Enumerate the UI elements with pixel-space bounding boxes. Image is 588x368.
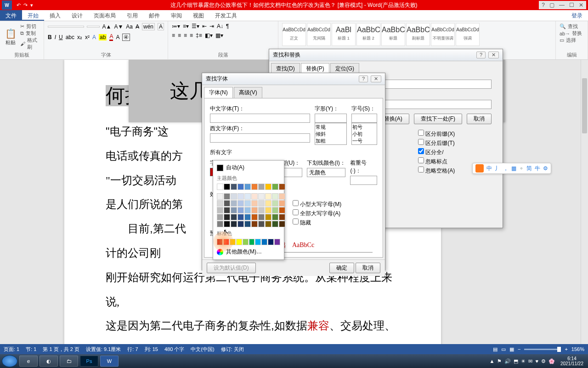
tab-developer[interactable]: 开发工具 xyxy=(209,10,243,21)
ime-item[interactable]: 中 xyxy=(486,165,492,172)
color-swatch[interactable] xyxy=(217,239,223,245)
copy-button[interactable]: ⧉ 复制 xyxy=(20,30,40,37)
minimize-icon[interactable]: — xyxy=(559,2,565,8)
tray-icon[interactable]: ♥ xyxy=(535,358,538,364)
color-swatch[interactable] xyxy=(279,207,285,213)
enclose-char-icon[interactable]: A xyxy=(158,23,164,30)
color-swatch[interactable] xyxy=(265,221,271,227)
ucolor-combo[interactable]: 无颜色 xyxy=(307,168,345,177)
ime-item[interactable]: ⚙ xyxy=(543,165,548,172)
font-size-list[interactable]: 初号小初一号 xyxy=(351,123,377,145)
zoom-out-icon[interactable]: − xyxy=(518,346,520,352)
color-swatch[interactable] xyxy=(230,239,236,245)
font-ok-button[interactable]: 确定 xyxy=(329,263,354,273)
font-style-list[interactable]: 常规倾斜加粗 xyxy=(315,123,347,145)
zoom-in-icon[interactable]: + xyxy=(565,346,567,352)
status-track[interactable]: 修订: 关闭 xyxy=(221,346,244,353)
status-pages[interactable]: 第 1 页，共 2 页 xyxy=(43,346,79,353)
chk-hidden[interactable]: 隐藏 xyxy=(293,218,366,227)
color-swatch[interactable] xyxy=(265,184,271,190)
borders-icon[interactable]: ▦▾ xyxy=(215,32,223,39)
qat-redo-icon[interactable]: ↷ xyxy=(23,2,28,8)
color-swatch[interactable] xyxy=(251,200,258,207)
font-dialog-help-icon[interactable]: ? xyxy=(359,75,368,82)
maximize-icon[interactable]: ☐ xyxy=(569,2,574,8)
color-swatch[interactable] xyxy=(258,207,265,213)
style-gallery[interactable]: AaBbCcDd正文AaBbCcDd无间隔AaBl标题 1AaBbC标题 2Aa… xyxy=(282,23,552,46)
color-more[interactable]: 其他颜色(M)… xyxy=(215,246,282,258)
status-line[interactable]: 行: 7 xyxy=(127,346,138,353)
bold-button[interactable]: B xyxy=(48,34,52,40)
color-swatch[interactable] xyxy=(217,221,223,227)
color-swatch[interactable] xyxy=(265,200,271,207)
color-swatch[interactable] xyxy=(217,200,223,207)
color-swatch[interactable] xyxy=(279,221,285,227)
format-painter-button[interactable]: 🖌 格式刷 xyxy=(20,37,40,51)
zoom-slider[interactable] xyxy=(524,349,561,350)
tray-icon[interactable]: ⚙ xyxy=(541,358,546,364)
font-tab-font[interactable]: 字体(N) xyxy=(204,87,233,98)
color-swatch[interactable] xyxy=(279,193,285,200)
tray-icon[interactable]: ▲ xyxy=(490,358,495,364)
color-swatch[interactable] xyxy=(274,239,280,245)
opt-prefix[interactable]: 区分前缀(X) xyxy=(418,130,492,138)
strike-button[interactable]: abc xyxy=(66,34,74,40)
multilevel-icon[interactable]: ☰▾ xyxy=(192,23,199,29)
west-font-combo[interactable] xyxy=(210,133,310,143)
close-icon[interactable]: ✕ xyxy=(579,2,583,8)
color-swatch[interactable] xyxy=(244,221,251,227)
tab-review[interactable]: 审阅 xyxy=(165,10,187,21)
color-auto[interactable]: 自动(A) xyxy=(215,162,282,173)
color-swatch[interactable] xyxy=(244,200,251,207)
opt-suffix[interactable]: 区分后缀(T) xyxy=(418,139,492,147)
tab-insert[interactable]: 插入 xyxy=(44,10,66,21)
line-spacing-icon[interactable]: ‡≡ xyxy=(196,32,202,39)
numbering-icon[interactable]: ≡▾ xyxy=(183,23,189,29)
color-swatch[interactable] xyxy=(237,221,244,227)
taskbar-word[interactable]: W xyxy=(100,356,119,367)
taskbar-explorer[interactable]: 🗀 xyxy=(60,356,78,367)
start-button[interactable] xyxy=(2,355,17,367)
tab-file[interactable]: 文件 xyxy=(0,10,22,21)
sort-icon[interactable]: A↓ xyxy=(217,23,223,29)
color-swatch[interactable] xyxy=(244,184,251,190)
tab-references[interactable]: 引用 xyxy=(121,10,143,21)
ribbon-collapse-icon[interactable]: ▢ xyxy=(549,2,554,8)
color-swatch[interactable] xyxy=(251,184,258,190)
style-item[interactable]: AaBbC标题 2 xyxy=(356,23,380,46)
font-tab-advanced[interactable]: 高级(V) xyxy=(234,87,262,98)
fr-cancel-button[interactable]: 取消 xyxy=(467,114,492,124)
dialog-close-icon[interactable]: ✕ xyxy=(488,52,499,58)
font-family-combo[interactable] xyxy=(48,26,84,28)
status-pos[interactable]: 设置值: 9.1厘米 xyxy=(86,346,121,353)
font-cancel-button[interactable]: 取消 xyxy=(356,263,380,273)
taskbar-sogou[interactable]: ◐ xyxy=(40,356,58,367)
color-swatch[interactable] xyxy=(231,207,237,213)
color-swatch[interactable] xyxy=(272,221,278,227)
font-size-input[interactable] xyxy=(351,114,377,123)
color-swatch[interactable] xyxy=(224,193,230,200)
color-swatch[interactable] xyxy=(265,207,271,213)
color-swatch[interactable] xyxy=(244,207,251,213)
color-swatch[interactable] xyxy=(237,214,244,220)
color-swatch[interactable] xyxy=(243,239,249,245)
color-swatch[interactable] xyxy=(224,184,230,190)
ime-item[interactable]: 简 xyxy=(526,165,532,172)
color-swatch[interactable] xyxy=(251,193,258,200)
tab-layout[interactable]: 页面布局 xyxy=(88,10,121,21)
qat-undo-icon[interactable]: ↶ xyxy=(17,2,21,8)
dec-indent-icon[interactable]: ⇤ xyxy=(202,23,207,29)
text-effects-icon[interactable]: A xyxy=(92,34,96,40)
color-swatch[interactable] xyxy=(237,193,244,200)
view-read-icon[interactable]: ▭ xyxy=(501,346,506,352)
color-swatch[interactable] xyxy=(224,214,230,220)
style-item[interactable]: AaBbCcDd无间隔 xyxy=(307,23,331,46)
cn-font-combo[interactable] xyxy=(210,114,310,123)
align-left-icon[interactable]: ≡ xyxy=(172,32,175,39)
color-swatch[interactable] xyxy=(244,193,251,200)
grow-font-icon[interactable]: A▲ xyxy=(102,23,112,30)
opt-fullhalf[interactable]: 区分全/ xyxy=(418,148,492,156)
color-swatch[interactable] xyxy=(224,200,230,207)
font-style-input[interactable] xyxy=(315,114,347,123)
ime-item[interactable]: 丿 xyxy=(495,165,500,172)
